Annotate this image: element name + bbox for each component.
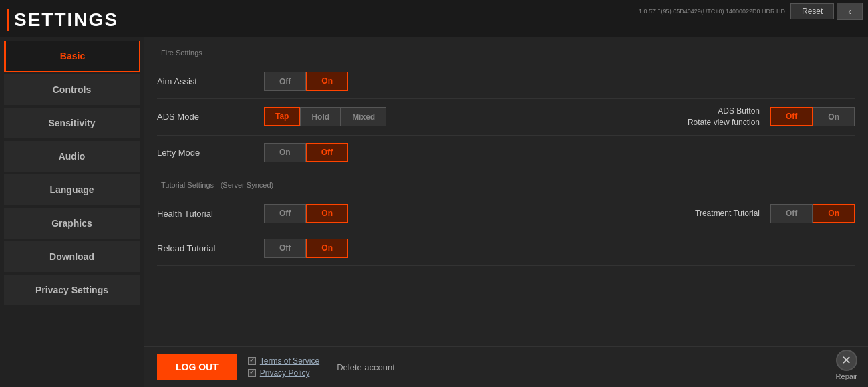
logout-button[interactable]: Log Out xyxy=(157,354,237,380)
sidebar-item-basic[interactable]: Basic xyxy=(4,41,140,72)
sidebar-item-privacy-settings[interactable]: Privacy Settings xyxy=(4,275,140,305)
delete-account-link[interactable]: Delete account xyxy=(337,362,395,372)
ads-button-toggle: Off On xyxy=(770,107,855,126)
repair-button[interactable]: ✕ Repair xyxy=(836,350,857,380)
health-tutorial-label: Health Tutorial xyxy=(157,209,264,219)
back-button[interactable]: ‹ xyxy=(837,3,863,20)
treatment-tutorial-label: Treatment Tutorial xyxy=(660,208,760,219)
reset-button[interactable]: Reset xyxy=(790,3,834,19)
sidebar-item-download[interactable]: Download xyxy=(4,241,140,272)
sidebar-item-controls[interactable]: Controls xyxy=(4,74,140,105)
sidebar-item-language[interactable]: Language xyxy=(4,174,140,205)
ads-row: ADS Mode Tap Hold Mixed ADS Button Rotat… xyxy=(157,99,855,136)
lefty-mode-row: Lefty Mode On Off xyxy=(157,136,855,170)
fire-settings-header: Fire Settings xyxy=(157,47,855,57)
links-group: Terms of Service Privacy Policy xyxy=(248,356,319,378)
page-title: SETTINGS xyxy=(7,9,118,31)
terms-item: Terms of Service xyxy=(248,356,319,366)
ads-mode-mixed[interactable]: Mixed xyxy=(341,107,386,126)
health-tutorial-toggle: Off On xyxy=(264,204,348,223)
ads-mode-hold[interactable]: Hold xyxy=(300,107,341,126)
sidebar: Basic Controls Sensitivity Audio Languag… xyxy=(0,37,144,387)
privacy-checkbox[interactable] xyxy=(248,369,256,377)
repair-icon: ✕ xyxy=(836,350,857,371)
privacy-link[interactable]: Privacy Policy xyxy=(260,368,310,378)
aim-assist-off[interactable]: Off xyxy=(264,72,306,91)
reload-tutorial-on[interactable]: On xyxy=(306,239,348,258)
terms-checkbox[interactable] xyxy=(248,357,256,365)
lefty-mode-toggle: On Off xyxy=(264,143,348,162)
ads-button-setting: ADS Button Rotate view function Off On xyxy=(660,106,855,128)
reload-tutorial-off[interactable]: Off xyxy=(264,239,306,258)
ads-button-label: ADS Button Rotate view function xyxy=(660,106,760,128)
main-content: Fire Settings Aim Assist Off On ADS Mode… xyxy=(144,37,868,346)
tutorial-settings-header: Tutorial Settings (Server Synced) xyxy=(157,180,855,190)
ads-mode-toggle: Tap Hold Mixed xyxy=(264,107,386,126)
treatment-tutorial-toggle: Off On xyxy=(770,204,855,223)
sidebar-item-audio[interactable]: Audio xyxy=(4,141,140,172)
lefty-mode-off[interactable]: Off xyxy=(306,143,348,162)
privacy-item: Privacy Policy xyxy=(248,368,319,378)
reload-tutorial-row: Reload Tutorial Off On xyxy=(157,231,855,266)
treatment-tutorial-off[interactable]: Off xyxy=(770,204,813,223)
terms-link[interactable]: Terms of Service xyxy=(260,356,319,366)
sidebar-item-graphics[interactable]: Graphics xyxy=(4,208,140,239)
aim-assist-toggle: Off On xyxy=(264,72,348,91)
reload-tutorial-label: Reload Tutorial xyxy=(157,243,264,253)
sidebar-item-sensitivity[interactable]: Sensitivity xyxy=(4,108,140,138)
aim-assist-row: Aim Assist Off On xyxy=(157,64,855,99)
lefty-mode-on[interactable]: On xyxy=(264,143,306,162)
main-layout: Basic Controls Sensitivity Audio Languag… xyxy=(0,37,868,387)
lefty-mode-label: Lefty Mode xyxy=(157,148,264,158)
aim-assist-on[interactable]: On xyxy=(306,72,348,91)
reload-tutorial-toggle: Off On xyxy=(264,239,348,258)
treatment-tutorial-setting: Treatment Tutorial Off On xyxy=(660,204,855,223)
top-bar: 1.0.57.5(95) 05D40429(UTC+0) 14000022D0.… xyxy=(633,0,868,23)
ads-mode-label: ADS Mode xyxy=(157,112,264,122)
aim-assist-label: Aim Assist xyxy=(157,76,264,86)
treatment-tutorial-on[interactable]: On xyxy=(813,204,855,223)
ads-mode-tap[interactable]: Tap xyxy=(264,107,300,126)
ads-button-on[interactable]: On xyxy=(813,107,855,126)
version-text: 1.0.57.5(95) 05D40429(UTC+0) 14000022D0.… xyxy=(639,8,785,15)
repair-label: Repair xyxy=(836,372,857,380)
health-tutorial-off[interactable]: Off xyxy=(264,204,306,223)
bottom-bar: Log Out Terms of Service Privacy Policy … xyxy=(144,346,868,387)
ads-button-off[interactable]: Off xyxy=(770,107,813,126)
health-tutorial-on[interactable]: On xyxy=(306,204,348,223)
health-tutorial-row: Health Tutorial Off On Treatment Tutoria… xyxy=(157,197,855,231)
